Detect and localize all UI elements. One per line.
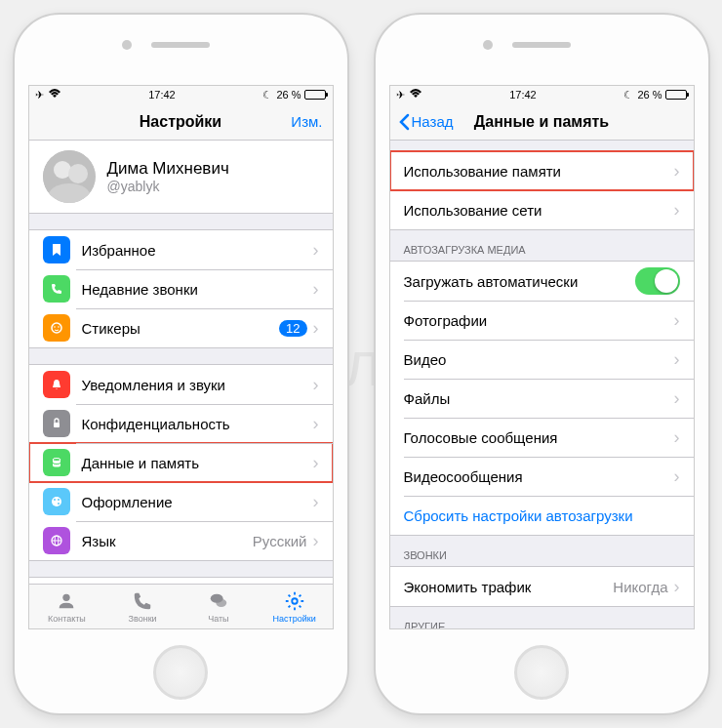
- tab-calls[interactable]: Звонки: [104, 585, 180, 628]
- row-label: Загружать автоматически: [404, 273, 635, 290]
- chevron-icon: ›: [674, 577, 680, 597]
- row-label: Уведомления и звуки: [82, 377, 313, 393]
- svg-rect-7: [54, 423, 60, 427]
- phone-right: ✈︎ 17:42 ☾ 26 % Назад Данные и память: [374, 13, 710, 715]
- row-label: Избранное: [82, 242, 313, 259]
- svg-point-6: [58, 326, 60, 328]
- svg-point-2: [68, 164, 88, 183]
- chevron-icon: ›: [674, 161, 680, 182]
- brush-icon: [43, 488, 70, 515]
- gear-icon: [284, 590, 305, 612]
- status-time: 17:42: [509, 89, 537, 101]
- svg-point-11: [52, 497, 61, 506]
- section-header-other: ДРУГИЕ: [390, 607, 694, 628]
- row-language[interactable]: Язык Русский ›: [29, 521, 333, 560]
- wifi-icon: [48, 89, 61, 101]
- row-save-traffic[interactable]: Экономить трафик Никогда ›: [390, 567, 694, 606]
- row-auto-download[interactable]: Загружать автоматически: [390, 262, 694, 301]
- profile-name: Дима Михневич: [107, 159, 229, 179]
- back-label: Назад: [412, 113, 454, 130]
- row-appearance[interactable]: Оформление ›: [29, 482, 333, 521]
- chevron-icon: ›: [674, 466, 680, 487]
- svg-point-22: [216, 598, 226, 606]
- chevron-icon: ›: [313, 453, 319, 473]
- svg-point-13: [58, 499, 60, 501]
- battery-icon: [665, 90, 687, 100]
- tab-label: Звонки: [129, 614, 157, 624]
- home-button[interactable]: [514, 645, 569, 700]
- tab-chats[interactable]: Чаты: [180, 585, 257, 628]
- row-photos[interactable]: Фотографии ›: [390, 301, 694, 340]
- svg-point-20: [63, 593, 70, 600]
- row-notifications[interactable]: Уведомления и звуки ›: [29, 365, 333, 404]
- row-voice[interactable]: Голосовые сообщения ›: [390, 418, 694, 457]
- row-label: Конфиденциальность: [82, 416, 313, 432]
- row-label: Сбросить настройки автозагрузки: [404, 507, 680, 524]
- globe-icon: [43, 527, 70, 554]
- chevron-icon: ›: [674, 310, 680, 331]
- battery-icon: [304, 90, 326, 100]
- row-value: Никогда: [613, 579, 667, 595]
- edit-button[interactable]: Изм.: [291, 113, 322, 130]
- screen-settings: ✈︎ 17:42 ☾ 26 % Настройки Изм. Д: [28, 85, 334, 629]
- status-bar: ✈︎ 17:42 ☾ 26 %: [29, 86, 333, 103]
- row-storage-usage[interactable]: Использование памяти ›: [390, 151, 694, 190]
- row-help[interactable]: Помощь ›: [29, 578, 333, 584]
- svg-point-23: [292, 598, 298, 604]
- bookmark-icon: [43, 236, 70, 263]
- row-network-usage[interactable]: Использование сети ›: [390, 190, 694, 229]
- chevron-icon: ›: [313, 375, 319, 395]
- row-recent-calls[interactable]: Недавние звонки ›: [29, 269, 333, 308]
- tab-bar: Контакты Звонки Чаты Настройки: [29, 584, 333, 628]
- row-video[interactable]: Видео ›: [390, 340, 694, 379]
- row-label: Файлы: [404, 390, 674, 407]
- row-reset-autodl[interactable]: Сбросить настройки автозагрузки: [390, 496, 694, 535]
- wifi-icon: [409, 89, 422, 101]
- row-value: Русский: [253, 533, 307, 549]
- badge: 12: [279, 320, 306, 337]
- back-button[interactable]: Назад: [398, 113, 454, 131]
- toggle-switch[interactable]: [635, 267, 680, 295]
- row-label: Видео: [404, 351, 674, 368]
- tab-label: Чаты: [208, 614, 228, 624]
- row-label: Недавние звонки: [82, 281, 313, 298]
- screen-data-storage: ✈︎ 17:42 ☾ 26 % Назад Данные и память: [389, 85, 695, 629]
- svg-point-12: [54, 499, 56, 501]
- section-header-autodl: АВТОЗАГРУЗКА МЕДИА: [390, 230, 694, 261]
- chevron-icon: ›: [674, 388, 680, 409]
- moon-icon: ☾: [262, 89, 272, 101]
- chevron-icon: ›: [313, 531, 319, 551]
- chevron-icon: ›: [313, 318, 319, 339]
- row-privacy[interactable]: Конфиденциальность ›: [29, 404, 333, 443]
- phone-icon: [132, 590, 153, 612]
- row-data-storage[interactable]: Данные и память ›: [29, 443, 333, 482]
- tab-label: Настройки: [273, 614, 316, 624]
- chevron-icon: ›: [674, 200, 680, 221]
- moon-icon: ☾: [623, 89, 633, 101]
- chevron-icon: ›: [674, 427, 680, 448]
- row-label: Стикеры: [82, 320, 280, 337]
- chevron-icon: ›: [313, 240, 319, 261]
- battery-pct: 26 %: [637, 89, 662, 101]
- profile-row[interactable]: Дима Михневич @yablyk: [29, 141, 333, 214]
- row-label: Экономить трафик: [404, 579, 614, 595]
- row-favorites[interactable]: Избранное ›: [29, 230, 333, 269]
- airplane-icon: ✈︎: [35, 89, 44, 101]
- row-label: Оформление: [82, 494, 313, 510]
- chats-icon: [208, 590, 229, 612]
- row-stickers[interactable]: Стикеры 12 ›: [29, 308, 333, 347]
- tab-contacts[interactable]: Контакты: [29, 585, 105, 628]
- home-button[interactable]: [153, 645, 208, 700]
- row-files[interactable]: Файлы ›: [390, 379, 694, 418]
- tab-settings[interactable]: Настройки: [257, 585, 333, 628]
- bell-icon: [43, 371, 70, 398]
- status-time: 17:42: [148, 89, 176, 101]
- person-icon: [56, 590, 77, 612]
- nav-bar: Настройки Изм.: [29, 103, 333, 141]
- nav-bar: Назад Данные и память: [390, 103, 694, 141]
- svg-point-4: [52, 323, 61, 333]
- chevron-icon: ›: [674, 349, 680, 370]
- row-label: Использование памяти: [404, 163, 674, 180]
- chevron-left-icon: [398, 113, 410, 131]
- row-video-msg[interactable]: Видеосообщения ›: [390, 457, 694, 496]
